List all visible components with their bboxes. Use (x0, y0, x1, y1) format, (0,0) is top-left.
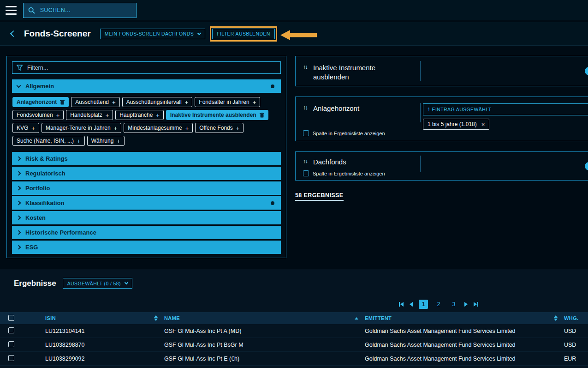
add-icon: + (106, 112, 109, 118)
active-filters-panel: ↑↓ Inaktive Instrumente ausblenden ↑↓ An… (295, 56, 588, 201)
next-page-button[interactable] (464, 302, 468, 307)
select-all-checkbox[interactable] (8, 315, 14, 321)
show-column-checkbox[interactable] (303, 130, 309, 136)
section-kosten[interactable]: Kosten (12, 211, 281, 224)
row-checkbox[interactable] (8, 355, 14, 361)
cell-whg: USD (564, 328, 588, 334)
hamburger-menu-button[interactable] (6, 6, 17, 15)
page-title: Fonds-Screener (24, 29, 91, 39)
chevron-right-icon (17, 230, 21, 235)
sort-ascending-icon (355, 317, 358, 320)
selected-rows-dropdown[interactable]: AUSGEWÄHLT (0 / 58) (63, 278, 132, 289)
sort-both-icon (154, 315, 158, 321)
card-divider (420, 103, 421, 122)
filter-card-title: Anlagehorizont (313, 104, 359, 113)
search-input[interactable] (39, 6, 131, 14)
section-allgemein[interactable]: Allgemein (12, 79, 281, 93)
chip-manager-tenure[interactable]: Manager-Tenure in Jahren+ (42, 123, 121, 133)
active-filter-indicator-dot (271, 84, 274, 88)
chevron-down-icon (17, 83, 21, 88)
filter-search-box[interactable] (12, 61, 281, 74)
filter-card-title: Inaktive Instrumente ausblenden (313, 63, 408, 82)
show-column-option: Spalte in Ergebnisliste anzeigen (303, 130, 385, 136)
card-divider (420, 61, 421, 81)
page-number-1[interactable]: 1 (419, 300, 428, 309)
first-page-button[interactable] (399, 302, 404, 307)
active-filter-indicator-dot (271, 201, 274, 205)
section-esg[interactable]: ESG (12, 241, 281, 254)
add-icon: + (112, 99, 116, 105)
table-row[interactable]: LU1038299092 GSF Gl Mul-Ass Inc Pt E (€h… (0, 352, 588, 366)
section-regulatorisch[interactable]: Regulatorisch (12, 167, 281, 180)
chevron-down-icon (125, 281, 128, 284)
show-column-checkbox[interactable] (303, 170, 309, 176)
chip-haupttranche[interactable]: Haupttranche+ (115, 110, 164, 120)
previous-page-button[interactable] (410, 302, 413, 307)
add-icon: + (236, 125, 240, 131)
pagination: 1 2 3 (399, 300, 478, 309)
filter-card-anlagehorizont: ↑↓ Anlagehorizont 1 EINTRAG AUSGEWÄHLT 1… (295, 97, 588, 141)
section-label: Allgemein (25, 83, 54, 90)
add-icon: + (117, 138, 120, 144)
back-button[interactable] (8, 30, 18, 37)
add-icon: + (185, 125, 189, 131)
results-title: Ergebnisse (14, 279, 56, 288)
results-section: Ergebnisse AUSGEWÄHLT (0 / 58) 1 2 3 ISI… (0, 269, 588, 368)
cell-emittent: Goldman Sachs Asset Management Fund Serv… (365, 328, 564, 334)
global-search-box[interactable] (23, 3, 137, 18)
chip-waehrung[interactable]: Währung+ (87, 136, 125, 146)
cell-name: GSF Gl Mul-Ass Inc Pt A (MD) (164, 328, 365, 334)
chevron-right-icon (17, 245, 21, 250)
section-portfolio[interactable]: Portfolio (12, 181, 281, 195)
chip-ausschuettungsintervall[interactable]: Ausschüttungsintervall+ (122, 97, 193, 107)
chip-kvg[interactable]: KVG+ (12, 123, 39, 133)
chip-mindestanlagesumme[interactable]: Mindestanlagesumme+ (124, 123, 193, 133)
sort-arrows-icon: ↑↓ (303, 104, 307, 111)
chip-inaktive-instrumente[interactable]: Inaktive Instrumente ausblenden (166, 110, 268, 120)
column-header-emittent[interactable]: EMITTENT (365, 315, 564, 321)
column-header-isin[interactable]: ISIN (45, 315, 164, 321)
results-header: Ergebnisse AUSGEWÄHLT (0 / 58) (0, 269, 588, 289)
selection-summary-dropdown[interactable]: 1 EINTRAG AUSGEWÄHLT (423, 103, 588, 115)
table-header-row: ISIN NAME EMITTENT WHG. (0, 312, 588, 324)
chip-suche-name-isin[interactable]: Suche (Name, ISIN, ...)+ (12, 136, 85, 146)
previous-page-icon (410, 302, 413, 307)
table-row[interactable]: LU1213104141 GSF Gl Mul-Ass Inc Pt A (MD… (0, 324, 588, 338)
row-checkbox[interactable] (8, 341, 14, 347)
hide-filters-button[interactable]: FILTER AUSBLENDEN (212, 29, 275, 39)
row-checkbox[interactable] (8, 327, 14, 333)
page-header: Fonds-Screener MEIN FONDS-SCREEN DACHFON… (0, 22, 588, 46)
screen-select-dropdown[interactable]: MEIN FONDS-SCREEN DACHFONDS (100, 29, 205, 39)
chip-offene-fonds[interactable]: Offene Fonds+ (195, 123, 244, 133)
column-header-whg[interactable]: WHG. (564, 315, 588, 321)
last-page-icon (474, 302, 477, 307)
chip-anlagehorizont[interactable]: Anlagehorizont (12, 97, 69, 107)
filter-toggle[interactable] (585, 162, 588, 170)
section-risk-ratings[interactable]: Risk & Ratings (12, 152, 281, 165)
trash-icon (260, 113, 264, 118)
table-row[interactable]: LU1038298870 GSF Gl Mul-Ass Inc Pt BsGr … (0, 338, 588, 352)
add-icon: + (31, 125, 35, 131)
cell-emittent: Goldman Sachs Asset Management Fund Serv… (365, 342, 564, 348)
chip-fondsvolumen[interactable]: Fondsvolumen+ (12, 110, 64, 120)
chevron-right-icon (17, 201, 21, 205)
chip-fondsalter[interactable]: Fondsalter in Jahren+ (195, 97, 260, 107)
chevron-down-icon (197, 31, 201, 35)
chevron-right-icon (17, 171, 21, 176)
page-number-2[interactable]: 2 (434, 300, 443, 309)
last-page-button[interactable] (474, 302, 478, 307)
chip-handelsplatz[interactable]: Handelsplatz+ (66, 110, 113, 120)
results-table: ISIN NAME EMITTENT WHG. LU1213104141 GSF… (0, 312, 588, 366)
column-header-name[interactable]: NAME (164, 315, 365, 321)
add-icon: + (253, 99, 256, 105)
add-icon: + (114, 125, 118, 131)
filter-panel: Allgemein Anlagehorizont Ausschüttend+ A… (6, 56, 286, 258)
section-historische-performance[interactable]: Historische Performance (12, 226, 281, 239)
sort-arrows-icon: ↑↓ (303, 63, 307, 71)
back-chevron-icon (10, 30, 17, 36)
section-klassifikation[interactable]: Klassifikation (12, 196, 281, 210)
page-number-3[interactable]: 3 (449, 300, 458, 309)
filter-input[interactable] (26, 64, 276, 72)
remove-value-icon[interactable]: × (481, 121, 485, 127)
chip-ausschuettend[interactable]: Ausschüttend+ (71, 97, 119, 107)
